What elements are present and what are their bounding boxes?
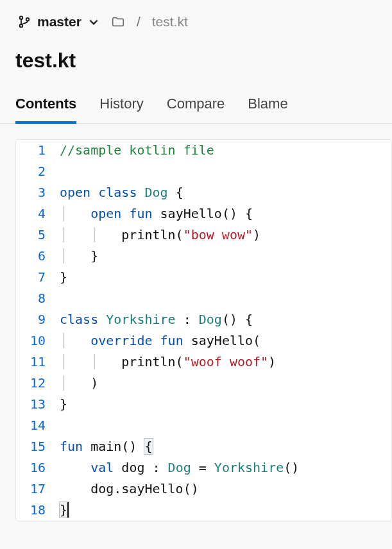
page-title: test.kt [0, 35, 392, 72]
line-number[interactable]: 2 [16, 161, 60, 182]
code-content[interactable]: │ override fun sayHello( [60, 330, 391, 351]
svg-point-2 [26, 18, 30, 21]
code-line[interactable]: 17 dog.sayHello() [16, 478, 391, 500]
line-number[interactable]: 13 [16, 394, 60, 415]
code-line[interactable]: 8 [16, 288, 391, 309]
line-number[interactable]: 1 [16, 140, 60, 161]
code-line[interactable]: 11│ │ println("woof woof") [16, 351, 391, 373]
breadcrumb-separator: / [137, 14, 141, 30]
tab-history[interactable]: History [99, 92, 143, 124]
svg-point-1 [20, 24, 23, 28]
line-number[interactable]: 9 [16, 309, 60, 330]
tab-contents[interactable]: Contents [15, 92, 76, 124]
line-number[interactable]: 11 [16, 351, 60, 373]
line-number[interactable]: 4 [16, 203, 60, 224]
line-number[interactable]: 14 [16, 415, 60, 436]
code-content[interactable]: │ │ println("woof woof") [60, 351, 391, 373]
code-line[interactable]: 9class Yorkshire : Dog() { [16, 309, 391, 330]
svg-point-0 [20, 17, 23, 20]
code-content[interactable]: │ ) [60, 373, 391, 394]
code-content[interactable] [60, 161, 391, 182]
code-content[interactable]: │ │ println("bow wow") [60, 224, 391, 246]
code-panel: 1//sample kotlin file2 3open class Dog {… [15, 139, 392, 521]
code-line[interactable]: 5│ │ println("bow wow") [16, 224, 391, 246]
code-line[interactable]: 3open class Dog { [16, 182, 391, 203]
line-number[interactable]: 7 [16, 267, 60, 288]
line-number[interactable]: 15 [16, 436, 60, 457]
code-content[interactable]: fun main() { [60, 436, 391, 457]
code-content[interactable]: │ open fun sayHello() { [60, 203, 391, 224]
chevron-down-icon [88, 16, 99, 28]
code-line[interactable]: 16 val dog : Dog = Yorkshire() [16, 457, 391, 478]
tab-compare[interactable]: Compare [167, 92, 225, 124]
code-content[interactable]: dog.sayHello() [60, 478, 391, 500]
line-number[interactable]: 12 [16, 373, 60, 394]
line-number[interactable]: 8 [16, 288, 60, 309]
code-line[interactable]: 10│ override fun sayHello( [16, 330, 391, 351]
code-content[interactable]: class Yorkshire : Dog() { [60, 309, 391, 330]
code-content[interactable]: │ } [60, 246, 391, 267]
folder-icon[interactable] [111, 15, 125, 29]
code-line[interactable]: 13} [16, 394, 391, 415]
line-number[interactable]: 10 [16, 330, 60, 351]
code-table[interactable]: 1//sample kotlin file2 3open class Dog {… [16, 140, 391, 521]
code-content[interactable]: //sample kotlin file [60, 140, 391, 161]
code-content[interactable]: val dog : Dog = Yorkshire() [60, 457, 391, 478]
code-content[interactable]: } [60, 267, 391, 288]
branch-selector[interactable]: master [18, 14, 99, 30]
line-number[interactable]: 3 [16, 182, 60, 203]
line-number[interactable]: 16 [16, 457, 60, 478]
code-line[interactable]: 18} [16, 500, 391, 521]
line-number[interactable]: 18 [16, 500, 60, 521]
tabs: Contents History Compare Blame [0, 72, 392, 124]
code-content[interactable]: open class Dog { [60, 182, 391, 203]
code-line[interactable]: 4│ open fun sayHello() { [16, 203, 391, 224]
line-number[interactable]: 6 [16, 246, 60, 267]
line-number[interactable]: 17 [16, 478, 60, 500]
code-line[interactable]: 2 [16, 161, 391, 182]
breadcrumb-file[interactable]: test.kt [152, 14, 188, 30]
code-line[interactable]: 14 [16, 415, 391, 436]
code-line[interactable]: 15fun main() { [16, 436, 391, 457]
code-content[interactable]: } [60, 500, 391, 521]
code-content[interactable] [60, 415, 391, 436]
code-line[interactable]: 6│ } [16, 246, 391, 267]
code-content[interactable] [60, 288, 391, 309]
branch-icon [18, 15, 31, 28]
code-line[interactable]: 7} [16, 267, 391, 288]
code-line[interactable]: 12│ ) [16, 373, 391, 394]
branch-name: master [37, 14, 81, 30]
code-content[interactable]: } [60, 394, 391, 415]
code-line[interactable]: 1//sample kotlin file [16, 140, 391, 161]
tab-blame[interactable]: Blame [248, 92, 287, 124]
line-number[interactable]: 5 [16, 224, 60, 246]
